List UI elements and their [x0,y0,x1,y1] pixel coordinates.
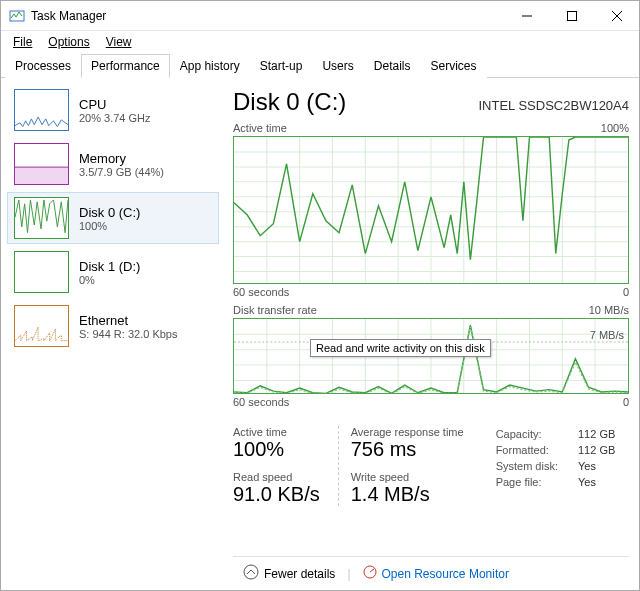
tab-start-up[interactable]: Start-up [250,54,313,78]
table-row: System disk:Yes [492,458,620,474]
chart2-label: Disk transfer rate [233,304,317,316]
sidebar-item-label: Disk 1 (D:) 0% [79,259,140,286]
svg-line-45 [370,569,374,572]
window-title: Task Manager [31,9,504,23]
chart-tooltip: Read and write activity on this disk [310,339,491,357]
menu-options[interactable]: Options [40,33,97,51]
sidebar: CPU 20% 3.74 GHz Memory 3.5/7.9 GB (44%) [1,78,219,590]
tab-services[interactable]: Services [420,54,486,78]
disk1-thumb-icon [14,251,69,293]
transfer-rate-chart-block: Disk transfer rate 10 MB/s 7 MB/s Read a… [233,304,629,408]
sidebar-item-ethernet[interactable]: Ethernet S: 944 R: 32.0 Kbps [7,300,219,352]
chart2-tick: 7 MB/s [590,329,624,341]
chart1-x-right: 0 [623,286,629,298]
footer-separator: | [347,567,350,581]
resource-monitor-icon [363,565,377,582]
header: Disk 0 (C:) INTEL SSDSC2BW120A4 [233,88,629,116]
menubar: File Options View [1,31,639,53]
stat-response-value: 756 ms [351,438,464,461]
tabs: Processes Performance App history Start-… [1,53,639,78]
stat-active-time-value: 100% [233,438,320,461]
window-buttons [504,1,639,30]
chart1-x-left: 60 seconds [233,286,289,298]
tab-processes[interactable]: Processes [5,54,81,78]
maximize-button[interactable] [549,1,594,30]
titlebar[interactable]: Task Manager [1,1,639,31]
sidebar-item-label: Memory 3.5/7.9 GB (44%) [79,151,164,178]
stat-active-time-label: Active time [233,426,320,438]
tab-details[interactable]: Details [364,54,421,78]
chevron-up-circle-icon [243,564,259,583]
svg-point-43 [244,565,258,579]
disk-model: INTEL SSDSC2BW120A4 [478,98,629,113]
cpu-thumb-icon [14,89,69,131]
footer: Fewer details | Open Resource Monitor [233,556,629,590]
disk-info-table: Capacity:112 GBFormatted:112 GBSystem di… [492,426,620,490]
chart2-x-right: 0 [623,396,629,408]
chart2-x-left: 60 seconds [233,396,289,408]
sidebar-item-label: Ethernet S: 944 R: 32.0 Kbps [79,313,177,340]
stat-read-speed-value: 91.0 KB/s [233,483,320,506]
table-row: Formatted:112 GB [492,442,620,458]
svg-rect-5 [15,167,68,184]
svg-rect-2 [567,11,576,20]
table-row: Page file:Yes [492,474,620,490]
fewer-details-button[interactable]: Fewer details [243,564,335,583]
sidebar-item-label: Disk 0 (C:) 100% [79,205,140,232]
ethernet-thumb-icon [14,305,69,347]
menu-view[interactable]: View [98,33,140,51]
table-row: Capacity:112 GB [492,426,620,442]
sidebar-item-cpu[interactable]: CPU 20% 3.74 GHz [7,84,219,136]
minimize-button[interactable] [504,1,549,30]
close-button[interactable] [594,1,639,30]
sidebar-item-label: CPU 20% 3.74 GHz [79,97,151,124]
active-time-chart[interactable] [233,136,629,284]
open-resource-monitor-link[interactable]: Open Resource Monitor [363,565,509,582]
stat-write-speed-value: 1.4 MB/s [351,483,464,506]
active-time-chart-block: Active time 100% 60 seconds 0 [233,122,629,298]
tab-app-history[interactable]: App history [170,54,250,78]
task-manager-window: Task Manager File Options View Processes… [0,0,640,591]
stat-write-speed-label: Write speed [351,471,464,483]
sidebar-item-disk1[interactable]: Disk 1 (D:) 0% [7,246,219,298]
stat-response-label: Average response time [351,426,464,438]
tab-performance[interactable]: Performance [81,54,170,78]
task-manager-icon [9,8,25,24]
memory-thumb-icon [14,143,69,185]
page-title: Disk 0 (C:) [233,88,346,116]
sidebar-item-memory[interactable]: Memory 3.5/7.9 GB (44%) [7,138,219,190]
tab-users[interactable]: Users [312,54,363,78]
transfer-rate-chart[interactable]: 7 MB/s Read and write activity on this d… [233,318,629,394]
body: CPU 20% 3.74 GHz Memory 3.5/7.9 GB (44%) [1,78,639,590]
chart1-label: Active time [233,122,287,134]
stat-read-speed-label: Read speed [233,471,320,483]
main-panel: Disk 0 (C:) INTEL SSDSC2BW120A4 Active t… [219,78,639,590]
stats: Active time 100% Read speed 91.0 KB/s Av… [233,426,629,506]
chart1-max: 100% [601,122,629,134]
chart2-max: 10 MB/s [589,304,629,316]
sidebar-item-disk0[interactable]: Disk 0 (C:) 100% [7,192,219,244]
menu-file[interactable]: File [5,33,40,51]
disk0-thumb-icon [14,197,69,239]
